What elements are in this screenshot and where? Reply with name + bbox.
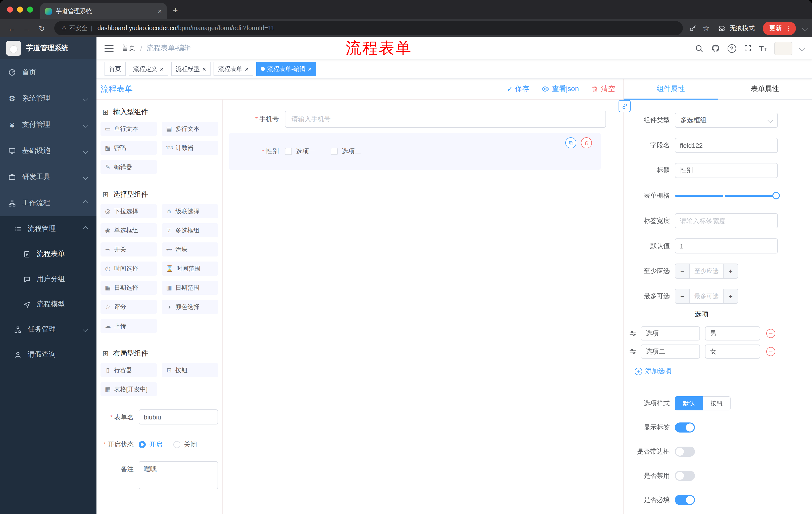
- gender-widget-selected[interactable]: 性别 选项一 选项二: [229, 133, 601, 170]
- sidebar-item-infrastructure[interactable]: 基础设施: [0, 138, 96, 164]
- form-canvas[interactable]: 手机号 请输入手机号: [223, 100, 623, 514]
- sidebar-item-user-group[interactable]: 用户分组: [0, 267, 96, 292]
- palette-component-chip[interactable]: 123 计数器: [162, 141, 218, 155]
- palette-component-chip[interactable]: ⋔ 级联选择: [162, 204, 218, 218]
- palette-component-chip[interactable]: ◎ 下拉选择: [100, 204, 157, 218]
- minimize-window-button[interactable]: [17, 6, 23, 12]
- show-label-toggle[interactable]: [675, 423, 695, 433]
- tag-close-icon[interactable]: ×: [160, 65, 164, 72]
- max-select-value[interactable]: 最多可选: [690, 289, 723, 303]
- drag-handle-icon[interactable]: [629, 329, 637, 337]
- decrease-button[interactable]: −: [675, 289, 690, 303]
- slider-handle[interactable]: [772, 192, 780, 199]
- sidebar-item-workflow[interactable]: 工作流程: [0, 190, 96, 216]
- tab-form-properties[interactable]: 表单属性: [718, 79, 812, 99]
- sidebar-item-task-management[interactable]: 任务管理: [0, 317, 96, 342]
- form-grid-slider[interactable]: [675, 195, 778, 197]
- option-value-input[interactable]: [705, 345, 760, 359]
- field-name-input[interactable]: [675, 138, 778, 153]
- fullscreen-icon[interactable]: [744, 44, 751, 52]
- user-avatar[interactable]: [774, 42, 792, 55]
- style-default-button[interactable]: 默认: [675, 396, 703, 410]
- delete-widget-button[interactable]: [581, 137, 592, 148]
- sidebar-item-payment[interactable]: ¥ 支付管理: [0, 112, 96, 138]
- save-button[interactable]: ✓保存: [507, 84, 529, 93]
- palette-component-chip[interactable]: ☑ 多选框组: [162, 223, 218, 237]
- palette-component-chip[interactable]: ⊸ 开关: [100, 242, 157, 256]
- disabled-toggle[interactable]: [675, 471, 695, 481]
- option-label-input[interactable]: [641, 345, 700, 359]
- tag-close-icon[interactable]: ×: [202, 65, 206, 72]
- palette-component-chip[interactable]: ▦ 表格[开发中]: [100, 382, 157, 396]
- copy-widget-button[interactable]: [565, 137, 576, 148]
- palette-component-chip[interactable]: ▭ 单行文本: [100, 122, 157, 136]
- tag-process-form[interactable]: 流程表单×: [213, 62, 253, 76]
- tag-close-icon[interactable]: ×: [308, 65, 312, 72]
- increase-button[interactable]: +: [723, 264, 737, 278]
- font-size-icon[interactable]: TT: [759, 45, 767, 52]
- avatar-caret-icon[interactable]: [799, 46, 805, 51]
- reload-button[interactable]: ↻: [35, 24, 48, 32]
- tag-home[interactable]: 首页: [105, 62, 126, 76]
- label-width-input[interactable]: [675, 213, 778, 228]
- search-icon[interactable]: [695, 44, 703, 53]
- gender-option2-checkbox[interactable]: 选项二: [330, 147, 361, 156]
- sidebar-item-devtools[interactable]: 研发工具: [0, 164, 96, 190]
- new-tab-button[interactable]: +: [173, 5, 178, 16]
- status-on-radio[interactable]: 开启: [139, 440, 162, 449]
- palette-component-chip[interactable]: ▯ 行容器: [100, 363, 157, 377]
- palette-component-chip[interactable]: ◑ 颜色选择: [162, 300, 218, 314]
- border-toggle[interactable]: [675, 447, 695, 457]
- close-window-button[interactable]: [7, 6, 13, 12]
- remove-option-button[interactable]: −: [766, 329, 775, 338]
- tag-close-icon[interactable]: ×: [245, 65, 249, 72]
- palette-component-chip[interactable]: ✎ 编辑器: [100, 160, 157, 174]
- sidebar-item-system[interactable]: ⚙ 系统管理: [0, 85, 96, 112]
- sidebar-item-home[interactable]: 首页: [0, 59, 96, 85]
- sidebar-item-process-management[interactable]: 流程管理: [0, 216, 96, 241]
- sidebar-item-process-form[interactable]: 流程表单: [0, 241, 96, 267]
- forward-button[interactable]: →: [20, 24, 33, 32]
- toolbar-caret-icon[interactable]: [802, 25, 808, 31]
- gender-option1-checkbox[interactable]: 选项一: [285, 147, 316, 156]
- remove-option-button[interactable]: −: [766, 347, 775, 356]
- default-value-input[interactable]: [675, 238, 778, 253]
- palette-component-chip[interactable]: ⌛ 时间范围: [162, 262, 218, 276]
- breadcrumb-home[interactable]: 首页: [122, 44, 136, 53]
- link-badge[interactable]: [618, 100, 631, 112]
- bookmark-star-icon[interactable]: ☆: [703, 24, 709, 33]
- palette-component-chip[interactable]: ☆ 评分: [100, 300, 157, 314]
- drag-handle-icon[interactable]: [629, 348, 637, 356]
- palette-component-chip[interactable]: ▤ 多行文本: [162, 122, 218, 136]
- add-option-button[interactable]: + 添加选项: [624, 362, 812, 376]
- min-select-value[interactable]: 至少应选: [690, 264, 723, 278]
- palette-component-chip[interactable]: ▦ 日期选择: [100, 281, 157, 295]
- help-icon[interactable]: ?: [727, 44, 736, 53]
- option-value-input[interactable]: [705, 326, 760, 341]
- hamburger-icon[interactable]: [105, 45, 114, 52]
- clear-button[interactable]: 清空: [591, 84, 615, 93]
- palette-component-chip[interactable]: ☁ 上传: [100, 319, 157, 333]
- palette-component-chip[interactable]: ▥ 日期范围: [162, 281, 218, 295]
- sidebar-item-leave-query[interactable]: 请假查询: [0, 342, 96, 367]
- sidebar-item-process-model[interactable]: 流程模型: [0, 292, 96, 317]
- form-name-input[interactable]: [139, 409, 218, 425]
- component-type-select[interactable]: 多选框组: [675, 113, 778, 128]
- required-toggle[interactable]: [675, 495, 695, 505]
- phone-input[interactable]: 请输入手机号: [285, 111, 606, 128]
- tag-process-definition[interactable]: 流程定义×: [128, 62, 168, 76]
- password-key-icon[interactable]: [689, 24, 697, 32]
- tag-process-model[interactable]: 流程模型×: [171, 62, 210, 76]
- status-off-radio[interactable]: 关闭: [173, 440, 197, 449]
- palette-component-chip[interactable]: ▩ 密码: [100, 141, 157, 155]
- title-input[interactable]: [675, 163, 778, 178]
- palette-component-chip[interactable]: ◷ 时间选择: [100, 262, 157, 276]
- address-bar[interactable]: ⚠ 不安全 | dashboard.yudao.iocoder.cn/bpm/m…: [54, 21, 683, 35]
- view-json-button[interactable]: 查看json: [542, 84, 579, 93]
- back-button[interactable]: ←: [5, 24, 18, 32]
- browser-update-button[interactable]: 更新 ⋮: [763, 21, 796, 35]
- option-label-input[interactable]: [641, 326, 700, 341]
- palette-component-chip[interactable]: ◉ 单选框组: [100, 223, 157, 237]
- palette-component-chip[interactable]: ⊡ 按钮: [162, 363, 218, 377]
- increase-button[interactable]: +: [723, 289, 737, 303]
